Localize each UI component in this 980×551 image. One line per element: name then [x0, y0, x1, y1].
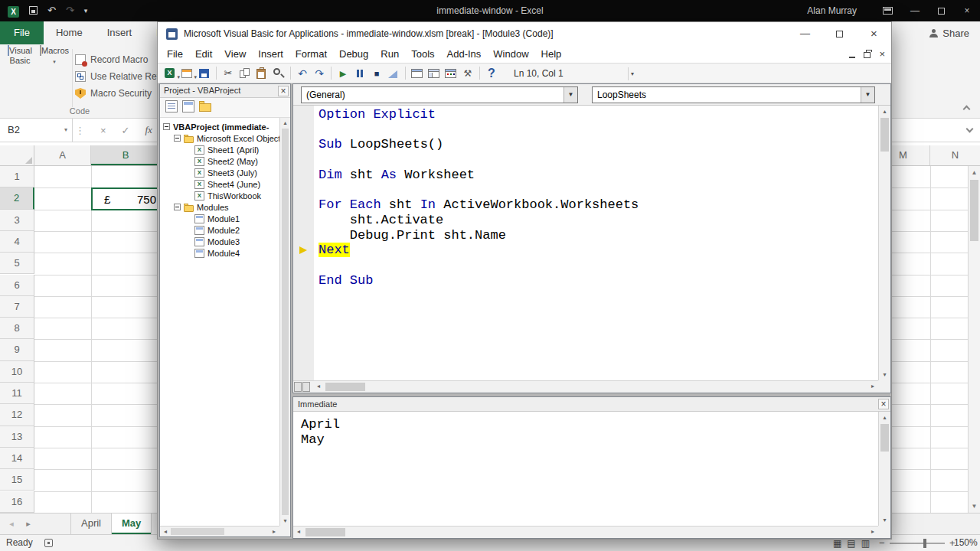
project-close-icon[interactable]: ×: [278, 86, 289, 96]
user-account-label[interactable]: Alan Murray: [807, 5, 857, 16]
procedure-dropdown[interactable]: LoopSheets ▼: [592, 86, 875, 103]
vba-minimize-button[interactable]: —: [788, 22, 822, 45]
scroll-down-icon[interactable]: ▾: [879, 517, 890, 523]
design-mode-icon[interactable]: [386, 66, 401, 81]
split-handle[interactable]: [294, 382, 302, 392]
scroll-right-icon[interactable]: ▸: [867, 527, 878, 538]
project-tree-item[interactable]: Microsoft Excel Objects: [160, 132, 279, 144]
scrollbar-thumb[interactable]: [171, 528, 224, 535]
vba-menu-edit[interactable]: Edit: [189, 45, 218, 63]
scrollbar-thumb[interactable]: [305, 528, 345, 536]
enter-icon[interactable]: ✓: [122, 125, 130, 136]
row-header-10[interactable]: 10: [0, 361, 34, 383]
immediate-vertical-scrollbar[interactable]: ▴ ▾: [878, 412, 890, 526]
code-line[interactable]: [318, 122, 877, 138]
active-cell-b2[interactable]: £ 750: [91, 187, 162, 210]
row-header-9[interactable]: 9: [0, 339, 34, 360]
scroll-right-icon[interactable]: ▸: [867, 381, 878, 393]
zoom-level-label[interactable]: 150%: [954, 535, 978, 551]
vba-menu-tools[interactable]: Tools: [405, 45, 440, 63]
column-header-b[interactable]: B: [91, 145, 161, 165]
code-margin-indicator-bar[interactable]: [293, 106, 314, 380]
row-header-16[interactable]: 16: [0, 491, 34, 513]
vba-close-button[interactable]: ×: [857, 22, 891, 45]
immediate-window-header[interactable]: Immediate ×: [293, 397, 890, 412]
code-line[interactable]: sht.Activate: [318, 213, 877, 228]
save-icon[interactable]: [29, 4, 38, 18]
vba-menu-run[interactable]: Run: [374, 45, 405, 63]
scroll-up-icon[interactable]: ▴: [280, 119, 290, 126]
split-handle[interactable]: [302, 382, 310, 392]
code-line[interactable]: [318, 152, 877, 168]
row-header-11[interactable]: 11: [0, 383, 34, 404]
row-header-5[interactable]: 5: [0, 253, 34, 274]
vba-titlebar[interactable]: Microsoft Visual Basic for Applications …: [158, 22, 891, 45]
project-tree-item[interactable]: XSheet1 (April): [160, 144, 279, 155]
vba-maximize-button[interactable]: [822, 22, 857, 45]
ribbon-display-options-icon[interactable]: [883, 7, 893, 15]
close-window-button[interactable]: ×: [954, 0, 980, 21]
project-tree-item[interactable]: Module3: [160, 236, 279, 247]
project-tree-item[interactable]: VBAProject (immediate-: [160, 121, 279, 132]
project-horizontal-scrollbar[interactable]: ◂ ▸: [160, 526, 279, 536]
code-editor[interactable]: Option ExplicitSub LoopSheets()Dim sht A…: [318, 107, 877, 379]
ribbon-tab-home[interactable]: Home: [44, 21, 95, 44]
vba-menu-file[interactable]: File: [161, 45, 189, 63]
maximize-window-button[interactable]: [928, 0, 954, 21]
scroll-down-icon[interactable]: ▾: [879, 371, 890, 378]
run-icon[interactable]: ▶: [335, 66, 351, 81]
scrollbar-thumb[interactable]: [970, 180, 978, 241]
vba-menu-addins[interactable]: Add-Ins: [441, 45, 488, 63]
scroll-up-icon[interactable]: ▴: [879, 414, 890, 421]
column-header-a[interactable]: A: [34, 145, 91, 165]
scroll-down-icon[interactable]: ▾: [280, 517, 290, 524]
scroll-left-icon[interactable]: ◂: [160, 527, 171, 536]
ribbon-tab-insert[interactable]: Insert: [95, 21, 145, 44]
fx-icon[interactable]: fx: [145, 124, 152, 136]
row-header-13[interactable]: 13: [0, 426, 34, 448]
object-browser-icon[interactable]: [443, 66, 459, 81]
help-icon[interactable]: ?: [484, 66, 499, 81]
cut-icon[interactable]: ✂: [220, 66, 236, 81]
project-tree-item[interactable]: Module1: [160, 213, 279, 224]
row-header-15[interactable]: 15: [0, 469, 34, 491]
row-header-3[interactable]: 3: [0, 210, 34, 231]
view-object-icon[interactable]: [180, 100, 197, 116]
immediate-horizontal-scrollbar[interactable]: ◂ ▸: [293, 526, 878, 538]
sheet-nav-right-icon[interactable]: ▸: [20, 514, 37, 534]
share-button[interactable]: Share: [929, 21, 969, 44]
reset-icon[interactable]: ■: [369, 66, 384, 81]
view-excel-icon[interactable]: X▾: [163, 66, 178, 81]
code-line[interactable]: Option Explicit: [318, 107, 877, 122]
macro-security-button[interactable]: Macro Security: [75, 87, 152, 99]
project-explorer-icon[interactable]: [410, 66, 425, 81]
vba-menu-format[interactable]: Format: [289, 45, 333, 63]
row-header-12[interactable]: 12: [0, 404, 34, 425]
project-tree-item[interactable]: Modules: [160, 201, 279, 213]
toggle-folders-icon[interactable]: [197, 100, 214, 115]
project-vertical-scrollbar[interactable]: ▴ ▾: [279, 118, 290, 526]
row-header-2[interactable]: 2: [0, 187, 34, 209]
code-line[interactable]: [318, 182, 877, 197]
code-vertical-scrollbar[interactable]: ▴ ▾: [878, 106, 890, 380]
redo-icon[interactable]: ↷: [312, 66, 327, 81]
expander-minus-icon[interactable]: [174, 135, 181, 142]
immediate-line[interactable]: April: [301, 417, 340, 432]
toolbox-icon[interactable]: ⚒: [460, 66, 475, 81]
code-line[interactable]: [318, 258, 877, 273]
scroll-down-icon[interactable]: ▼: [969, 503, 980, 510]
properties-window-icon[interactable]: [426, 66, 442, 81]
column-header-n[interactable]: N: [930, 145, 980, 165]
scroll-left-icon[interactable]: ◂: [313, 381, 324, 393]
record-macro-button[interactable]: Record Macro: [75, 54, 148, 66]
vba-menu-window[interactable]: Window: [487, 45, 534, 63]
zoom-slider-track[interactable]: [890, 543, 945, 544]
code-line[interactable]: Sub LoopSheets(): [318, 137, 877, 152]
redo-icon[interactable]: ↷: [66, 0, 74, 21]
expand-formula-bar-icon[interactable]: [966, 126, 974, 133]
undo-icon[interactable]: ↶: [47, 0, 56, 21]
code-line[interactable]: End Sub: [318, 273, 877, 289]
ribbon-tab-file[interactable]: File: [0, 21, 44, 44]
scroll-up-icon[interactable]: ▲: [969, 169, 980, 176]
code-line[interactable]: For Each sht In ActiveWorkbook.Worksheet…: [318, 197, 877, 213]
